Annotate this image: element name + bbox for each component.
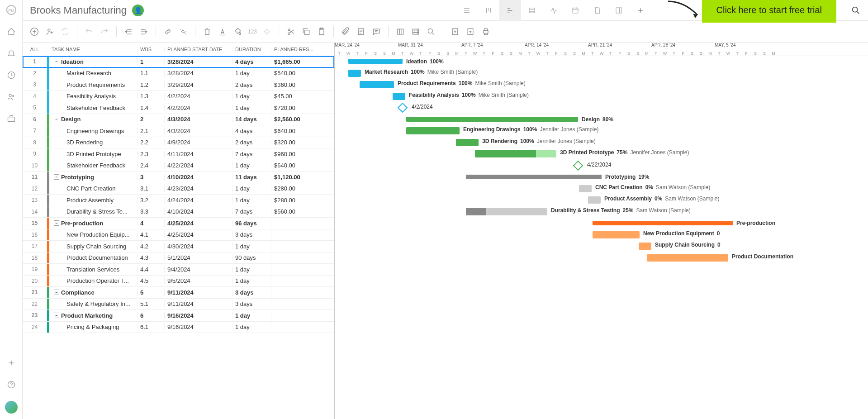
duration-cell[interactable]: 1 day [232,277,271,284]
gantt-bar[interactable]: Pre-production [593,221,733,225]
export-icon[interactable] [464,25,477,38]
task-name-cell[interactable]: Market Research [49,70,138,76]
bell-icon[interactable] [6,48,17,59]
wbs-cell[interactable]: 6 [138,312,165,319]
gantt-bar[interactable]: 3D Printed Prototype 75% Jennifer Jones … [475,150,556,157]
grid-icon[interactable] [409,25,422,38]
task-name-cell[interactable]: −Product Marketing [49,312,138,319]
attachment-icon[interactable] [339,25,352,38]
task-row[interactable]: 17Supply Chain Sourcing4.24/30/20241 day [23,241,334,252]
duration-cell[interactable]: 7 days [232,208,271,215]
view-calendar-icon[interactable] [564,0,586,21]
logo-icon[interactable]: PM [6,5,17,15]
resource-cell[interactable]: $640.00 [271,162,321,169]
duration-cell[interactable]: 3 days [232,289,271,296]
start-date-cell[interactable]: 4/30/2024 [165,243,232,250]
gantt-bar[interactable]: Product Requirements 100% Mike Smith (Sa… [360,81,394,88]
task-name-cell[interactable]: −Design [49,116,138,123]
gantt-bar[interactable]: Ideation 100% [348,59,403,64]
start-date-cell[interactable]: 4/22/2024 [165,162,232,169]
duration-cell[interactable]: 1 day [232,185,271,192]
resource-cell[interactable]: $1,665.00 [271,58,321,65]
columns-icon[interactable] [394,25,407,38]
start-date-cell[interactable]: 9/11/2024 [165,300,232,307]
task-row[interactable]: 5Stakeholder Feedback1.44/2/20241 day$72… [23,102,334,114]
duration-cell[interactable]: 1 day [232,105,271,111]
task-name-cell[interactable]: Engineering Drawings [49,128,138,134]
collapse-toggle[interactable]: − [54,117,59,122]
text-color-icon[interactable] [216,25,229,38]
search-icon[interactable] [851,5,861,15]
duration-cell[interactable]: 4 days [232,58,271,65]
help-icon[interactable] [6,379,17,390]
task-row[interactable]: 23−Product Marketing69/16/20241 day [23,310,334,322]
comment-icon[interactable] [370,25,383,38]
wbs-cell[interactable]: 4.3 [138,254,165,261]
outdent-icon[interactable] [122,25,135,38]
cut-icon[interactable] [285,25,297,38]
gantt-bar[interactable]: Design 80% [406,117,578,122]
wbs-cell[interactable]: 4.2 [138,243,165,250]
task-name-cell[interactable]: New Production Equip... [49,231,138,238]
task-name-cell[interactable]: −Prototyping [49,174,138,181]
wbs-cell[interactable]: 5.1 [138,300,165,307]
gantt-bar[interactable]: Durability & Stress Testing 25% Sam Wats… [466,208,547,215]
redo-icon[interactable] [98,25,111,38]
start-date-cell[interactable]: 4/3/2024 [165,116,232,123]
task-name-cell[interactable]: Production Operator T... [49,277,138,284]
milestone-icon[interactable] [261,25,273,38]
start-date-cell[interactable]: 4/11/2024 [165,151,232,157]
col-all[interactable]: ALL [23,47,47,52]
task-row[interactable]: 16New Production Equip...4.14/25/20243 d… [23,229,334,241]
resource-cell[interactable]: $320.00 [271,139,321,146]
gantt-chart[interactable]: MAR, 24 '24MAR, 31 '24APR, 7 '24APR, 14 … [335,43,868,419]
wbs-cell[interactable]: 4.1 [138,231,165,238]
delete-icon[interactable] [201,25,213,38]
home-icon[interactable] [6,26,17,37]
duration-cell[interactable]: 1 day [232,162,271,169]
wbs-cell[interactable]: 4.4 [138,266,165,273]
start-date-cell[interactable]: 4/2/2024 [165,105,232,111]
task-name-cell[interactable]: Product Assembly [49,197,138,204]
resource-cell[interactable]: $1,120.00 [271,174,321,181]
wbs-cell[interactable]: 4 [138,220,165,227]
start-date-cell[interactable]: 4/25/2024 [165,220,232,227]
task-row[interactable]: 11−Prototyping34/10/202411 days$1,120.00 [23,171,334,183]
duration-cell[interactable]: 90 days [232,254,271,261]
task-row[interactable]: 10Stakeholder Feedback2.44/22/20241 day$… [23,160,334,172]
task-row[interactable]: 21−Compliance59/11/20243 days [23,287,334,299]
paste-icon[interactable] [315,25,328,38]
import-icon[interactable] [449,25,461,38]
duration-cell[interactable]: 1 day [232,243,271,250]
col-wbs[interactable]: WBS [138,47,165,52]
wbs-cell[interactable]: 3.1 [138,185,165,192]
task-row[interactable]: 15−Pre-production44/25/202496 days [23,218,334,229]
gantt-bar[interactable]: Engineering Drawings 100% Jennifer Jones… [406,127,460,134]
view-list-icon[interactable] [456,0,478,21]
task-row[interactable]: 22Safety & Regulatory In...5.19/11/20243… [23,299,334,310]
task-name-cell[interactable]: Durability & Stress Te... [49,208,138,215]
wbs-cell[interactable]: 3.2 [138,197,165,204]
wbs-cell[interactable]: 3.3 [138,208,165,215]
resource-cell[interactable]: $360.00 [271,81,321,88]
task-name-cell[interactable]: Product Documentation [49,254,138,261]
duration-cell[interactable]: 1 day [232,70,271,76]
duration-cell[interactable]: 1 day [232,324,271,330]
collapse-toggle[interactable]: − [54,174,59,180]
task-name-cell[interactable]: Pricing & Packaging [49,324,138,330]
milestone-marker[interactable] [398,103,408,113]
add-task-icon[interactable] [28,25,41,38]
start-date-cell[interactable]: 5/1/2024 [165,254,232,261]
gantt-bar[interactable]: 3D Rendering 100% Jennifer Jones (Sample… [456,139,479,146]
start-date-cell[interactable]: 9/11/2024 [165,289,232,296]
start-date-cell[interactable]: 9/16/2024 [165,312,232,319]
task-row[interactable]: 4Feasibility Analysis1.34/2/20241 day$45… [23,91,334,103]
fill-color-icon[interactable] [232,25,244,38]
view-file-icon[interactable] [586,0,608,21]
wbs-cell[interactable]: 2.2 [138,139,165,146]
milestone-marker[interactable] [573,160,583,171]
view-board-icon[interactable] [478,0,499,21]
col-duration[interactable]: DURATION [232,47,271,52]
task-row[interactable]: 83D Rendering2.24/9/20242 days$320.00 [23,137,334,149]
start-date-cell[interactable]: 4/24/2024 [165,197,232,204]
